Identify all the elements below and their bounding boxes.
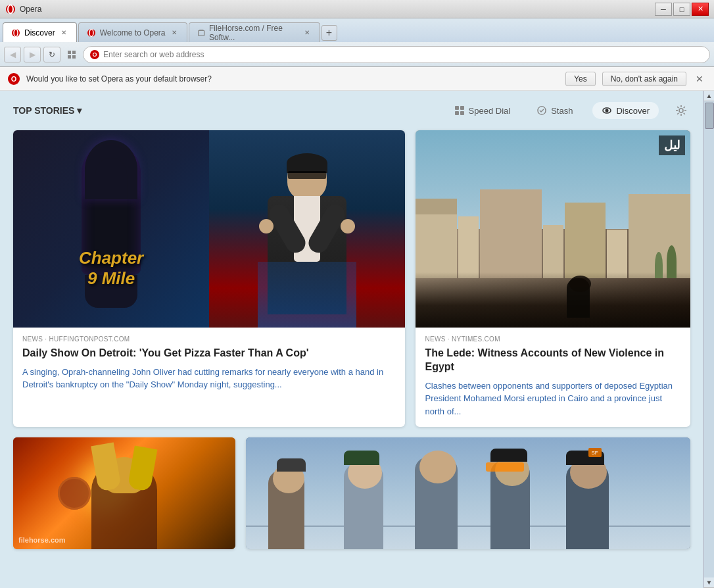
svg-rect-13: [455, 111, 459, 115]
tab-welcome-label: Welcome to Opera: [100, 28, 166, 37]
article-egypt[interactable]: ليل NEWS · NYTIMES.COM The Lede: Witness…: [416, 130, 690, 427]
tab-filehorse[interactable]: FileHorse.com / Free Softw... ✕: [189, 22, 320, 42]
article-egypt-source: NEWS · NYTIMES.COM: [425, 335, 681, 343]
article-egypt-image: ليل: [416, 130, 690, 328]
svg-rect-7: [68, 51, 71, 54]
egypt-text-overlay: ليل: [659, 135, 685, 155]
article-egypt-excerpt: Clashes between opponents and supporters…: [425, 380, 681, 418]
address-opera-logo: O: [90, 50, 99, 59]
notification-no-button[interactable]: No, don't ask again: [602, 72, 686, 86]
svg-point-4: [87, 29, 95, 37]
notification-text: Would you like to set Opera as your defa…: [26, 74, 559, 84]
daily-show-right-panel: [209, 130, 405, 328]
svg-rect-8: [72, 51, 76, 54]
stash-label: Stash: [551, 106, 573, 116]
scroll-down-button[interactable]: ▼: [704, 577, 715, 588]
top-stories-label: TOP STORIES: [13, 105, 74, 116]
top-stories-button[interactable]: TOP STORIES ▾: [13, 105, 82, 116]
svg-line-23: [684, 113, 685, 114]
top-cards-row: Chapter9 Mile: [13, 130, 690, 427]
top-stories-dropdown-icon: ▾: [77, 105, 82, 116]
window-title: Opera: [20, 5, 655, 14]
window-controls: ─ □ ✕: [655, 3, 709, 16]
top-navigation: TOP STORIES ▾ Speed Dial Stash: [13, 101, 690, 120]
svg-rect-14: [460, 111, 464, 115]
title-bar: Opera ─ □ ✕: [0, 0, 714, 18]
svg-line-25: [677, 113, 678, 114]
svg-rect-9: [68, 55, 71, 59]
article-daily-show-body: NEWS · HUFFINGTONPOST.COM Daily Show On …: [13, 328, 405, 401]
discover-nav-item[interactable]: Discover: [592, 102, 659, 119]
tab-bar: Discover ✕ Welcome to Opera ✕ FileHorse.…: [0, 18, 714, 42]
speed-dial-label: Speed Dial: [469, 106, 511, 116]
opera-tab2-icon: [87, 28, 96, 37]
svg-rect-11: [455, 106, 459, 110]
watermark-text: filehorse.com: [18, 536, 66, 544]
notification-close-button[interactable]: ✕: [693, 74, 706, 84]
speed-dial-icon: [454, 105, 465, 116]
tab-welcome[interactable]: Welcome to Opera ✕: [78, 22, 187, 42]
daily-show-left-panel: Chapter9 Mile: [13, 130, 209, 328]
svg-point-17: [679, 109, 683, 112]
reload-button[interactable]: ↻: [43, 47, 60, 62]
address-input[interactable]: [103, 50, 703, 59]
article-daily-show-excerpt: A singing, Oprah-channeling John Oliver …: [22, 366, 396, 391]
notification-yes-button[interactable]: Yes: [565, 72, 596, 86]
tab-discover-close[interactable]: ✕: [59, 28, 68, 37]
article-egypt-title: The Lede: Witness Accounts of New Violen…: [425, 347, 681, 374]
article-bottom-left-image: filehorse.com: [13, 437, 235, 549]
article-bottom-left[interactable]: filehorse.com: [13, 437, 235, 549]
main-area: TOP STORIES ▾ Speed Dial Stash: [0, 91, 714, 588]
close-button[interactable]: ✕: [692, 3, 709, 16]
speed-dial-nav-item[interactable]: Speed Dial: [448, 102, 517, 119]
tab-filehorse-label: FileHorse.com / Free Softw...: [209, 24, 299, 42]
article-daily-show-image: Chapter9 Mile: [13, 130, 405, 328]
notification-bar: O Would you like to set Opera as your de…: [0, 67, 714, 91]
back-button[interactable]: ◀: [4, 47, 21, 62]
opera-logo: [5, 4, 16, 14]
article-bottom-right[interactable]: SF: [246, 437, 690, 549]
discover-label: Discover: [616, 106, 650, 116]
scroll-thumb[interactable]: [705, 103, 714, 129]
address-bar: ◀ ▶ ↻ O: [0, 42, 714, 67]
content-area: TOP STORIES ▾ Speed Dial Stash: [0, 91, 703, 588]
grid-button[interactable]: [63, 47, 80, 62]
discover-eye-icon: [602, 105, 612, 116]
gear-icon: [675, 105, 687, 116]
minimize-button[interactable]: ─: [655, 3, 672, 16]
scroll-up-button[interactable]: ▲: [704, 91, 715, 101]
tab-filehorse-close[interactable]: ✕: [303, 28, 311, 37]
tab-discover[interactable]: Discover ✕: [3, 22, 77, 42]
article-daily-show-source: NEWS · HUFFINGTONPOST.COM: [22, 335, 396, 343]
svg-point-2: [12, 29, 20, 37]
stash-nav-item[interactable]: Stash: [530, 102, 579, 119]
maximize-button[interactable]: □: [673, 3, 690, 16]
tab-welcome-close[interactable]: ✕: [170, 28, 179, 37]
bottom-cards-row: filehorse.com: [13, 437, 690, 549]
svg-rect-10: [72, 55, 76, 59]
chapter-text: Chapter9 Mile: [79, 248, 143, 289]
svg-rect-12: [460, 106, 464, 110]
article-daily-show-title: Daily Show On Detroit: 'You Get Pizza Fa…: [22, 347, 396, 360]
article-egypt-body: NEWS · NYTIMES.COM The Lede: Witness Acc…: [416, 328, 690, 427]
address-input-wrapper[interactable]: O: [83, 46, 710, 63]
scrollbar[interactable]: ▲ ▼: [703, 91, 714, 588]
filehorse-tab-icon: [197, 28, 205, 37]
opera-tab-icon: [11, 28, 20, 37]
svg-line-22: [677, 107, 678, 108]
forward-button[interactable]: ▶: [24, 47, 41, 62]
svg-rect-6: [198, 30, 204, 36]
grid-icon: [67, 50, 76, 59]
article-daily-show[interactable]: Chapter9 Mile: [13, 130, 405, 427]
opera-notif-icon: O: [8, 73, 20, 85]
svg-line-24: [684, 107, 685, 108]
stash-icon: [536, 105, 547, 116]
article-bottom-right-image: SF: [246, 437, 690, 549]
tab-discover-label: Discover: [24, 28, 55, 37]
settings-button[interactable]: [672, 101, 690, 120]
svg-point-16: [606, 109, 609, 112]
new-tab-button[interactable]: +: [321, 25, 337, 41]
